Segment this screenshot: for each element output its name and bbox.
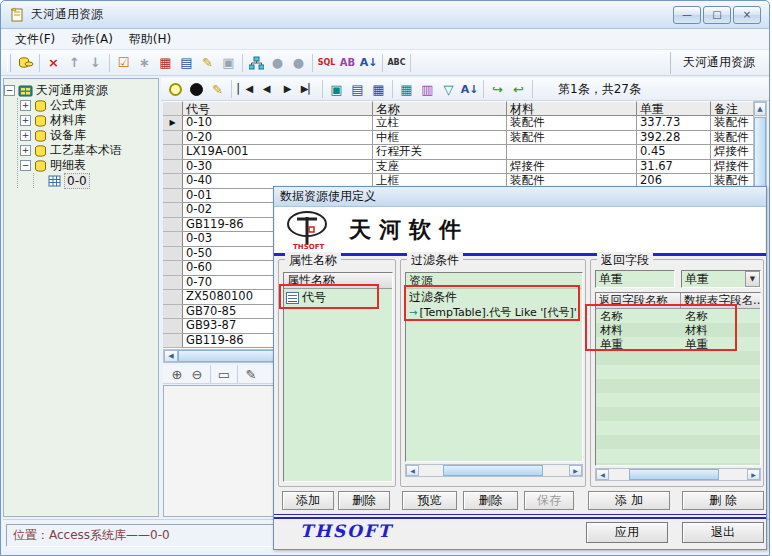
column-header-unitweight[interactable]: 单重 [637, 101, 711, 116]
filter-horizontal-scrollbar[interactable]: ◀ ▶ [405, 464, 583, 477]
menu-action[interactable]: 动作(A) [63, 29, 121, 50]
scroll-left-button[interactable]: ◀ [164, 350, 178, 362]
grid-cell[interactable]: 装配件 [711, 116, 753, 131]
return-field-cell[interactable] [596, 351, 681, 365]
return-field-cell[interactable] [596, 393, 681, 407]
grid-cell[interactable]: 装配件 [711, 131, 753, 146]
return-field-combobox[interactable]: 单重 ▼ [681, 270, 761, 288]
table-row[interactable]: ▶0-10立柱装配件337.73装配件 [163, 116, 767, 131]
grid-cell[interactable]: 立柱 [373, 116, 507, 131]
menu-help[interactable]: 帮助(H) [121, 29, 179, 50]
report-preview-icon[interactable]: ▥ [417, 79, 438, 99]
move-down-icon[interactable]: ↓ [85, 53, 106, 73]
circle-filled-icon[interactable] [186, 79, 207, 99]
return-field-cell[interactable] [596, 435, 681, 449]
return-field-cell[interactable] [681, 365, 761, 379]
expander-icon[interactable]: − [4, 85, 15, 96]
return-field-input[interactable]: 单重 [595, 270, 675, 288]
return-field-cell[interactable]: 单重 [681, 337, 761, 351]
return-horizontal-scrollbar[interactable]: ◀ ▶ [595, 468, 761, 481]
grid-cell[interactable]: 焊接件 [711, 145, 753, 160]
grid-cell[interactable]: 31.67 [637, 160, 711, 175]
hand-tool-icon[interactable]: ✎ [241, 366, 261, 383]
calendar-icon[interactable]: ▦ [368, 79, 389, 99]
edit-record-icon[interactable]: ✎ [207, 79, 228, 99]
return-field-cell[interactable] [681, 379, 761, 393]
grid-cell[interactable] [507, 145, 637, 160]
filter-expression-row[interactable]: → [TempTable].代号 Like '[代号]' [406, 305, 582, 321]
delete-icon[interactable]: × [43, 53, 64, 73]
scroll-thumb[interactable] [629, 469, 719, 480]
return-field-cell[interactable] [596, 379, 681, 393]
return-field-cell[interactable]: 材料 [596, 323, 681, 337]
grid-cell[interactable]: 0-20 [183, 131, 373, 146]
return-field-cell[interactable] [681, 449, 761, 463]
scroll-right-button[interactable]: ▶ [569, 465, 582, 476]
new-table-icon[interactable]: ▦ [155, 53, 176, 73]
scroll-right-button[interactable]: ▶ [747, 469, 760, 480]
return-field-row[interactable] [596, 351, 760, 365]
return-field-cell[interactable]: 名称 [681, 309, 761, 323]
dialog-titlebar[interactable]: 数据资源使用定义 [274, 187, 766, 207]
scroll-thumb[interactable] [443, 465, 543, 476]
menu-file[interactable]: 文件(F) [7, 29, 63, 50]
expander-icon[interactable]: + [20, 145, 31, 156]
return-field-row[interactable] [596, 379, 760, 393]
grid-cell[interactable]: 392.28 [637, 131, 711, 146]
grid-cell[interactable]: 焊接件 [711, 160, 753, 175]
return-field-cell[interactable] [596, 407, 681, 421]
clipboard-icon[interactable]: ▤ [347, 79, 368, 99]
attr-item-code[interactable]: 代号 [284, 289, 392, 306]
return-field-cell[interactable]: 材料 [681, 323, 761, 337]
circle-outline-icon[interactable] [165, 79, 186, 99]
return-add-button[interactable]: 添 加 [588, 491, 670, 510]
maximize-button[interactable]: □ [703, 6, 731, 24]
import-row-icon[interactable]: ↪ [487, 79, 508, 99]
filter-node-label[interactable]: 过滤条件 [406, 289, 582, 305]
return-field-cell[interactable] [681, 407, 761, 421]
hierarchy-icon[interactable] [246, 53, 267, 73]
expander-icon[interactable]: + [20, 115, 31, 126]
brush-icon[interactable]: ✎ [197, 53, 218, 73]
return-field-row[interactable] [596, 393, 760, 407]
tree-item-material-lib[interactable]: + 材料库 [20, 113, 158, 128]
database-connect-icon[interactable] [15, 53, 36, 73]
scroll-left-button[interactable]: ◀ [406, 465, 419, 476]
return-field-cell[interactable]: 名称 [596, 309, 681, 323]
titlebar[interactable]: 天河通用资源 — □ × [1, 1, 769, 29]
grid-cell[interactable]: 中框 [373, 131, 507, 146]
properties-icon[interactable]: ▤ [176, 53, 197, 73]
last-record-icon[interactable]: ▶▏ [298, 79, 319, 99]
expander-icon[interactable]: + [20, 130, 31, 141]
return-delete-button[interactable]: 删 除 [682, 491, 764, 510]
return-field-cell[interactable]: 单重 [596, 337, 681, 351]
grid-cell[interactable]: 0-10 [183, 116, 373, 131]
close-button[interactable]: × [733, 6, 761, 24]
return-field-cell[interactable] [681, 435, 761, 449]
return-fields-table[interactable]: 返回字段名称 数据表字段名... 名称名称材料材料单重单重 [595, 292, 761, 466]
checklist-icon[interactable]: ☑ [113, 53, 134, 73]
prev-record-icon[interactable]: ◀ [256, 79, 277, 99]
return-field-row[interactable] [596, 449, 760, 463]
tree-item-equipment-lib[interactable]: + 设备库 [20, 128, 158, 143]
apply-button[interactable]: 应用 [586, 522, 668, 543]
expander-icon[interactable]: − [20, 160, 31, 171]
table-row[interactable]: 0-20中框装配件392.28装配件 [163, 131, 767, 146]
scroll-thumb[interactable] [754, 117, 766, 187]
filter-delete-button[interactable]: 删除 [463, 491, 518, 510]
find-replace-icon[interactable]: AB [337, 53, 358, 73]
grid-cell[interactable]: 支座 [373, 160, 507, 175]
grid-cell[interactable]: 0.45 [637, 145, 711, 160]
return-field-cell[interactable] [596, 421, 681, 435]
attr-delete-button[interactable]: 删除 [338, 491, 390, 510]
grid-cell[interactable]: 0-30 [183, 160, 373, 175]
first-record-icon[interactable]: ▏◀ [235, 79, 256, 99]
expander-icon[interactable]: + [20, 100, 31, 111]
filter-list[interactable]: 资源 过滤条件 → [TempTable].代号 Like '[代号]' [405, 272, 583, 462]
zoom-in-icon[interactable]: ⊕ [167, 366, 187, 383]
filter-preview-button[interactable]: 预览 [402, 491, 457, 510]
tree-item-formula-lib[interactable]: + 公式库 [20, 98, 158, 113]
minimize-button[interactable]: — [673, 6, 701, 24]
return-field-row[interactable] [596, 365, 760, 379]
tree-item-0-0[interactable]: 0-0 [36, 173, 158, 188]
